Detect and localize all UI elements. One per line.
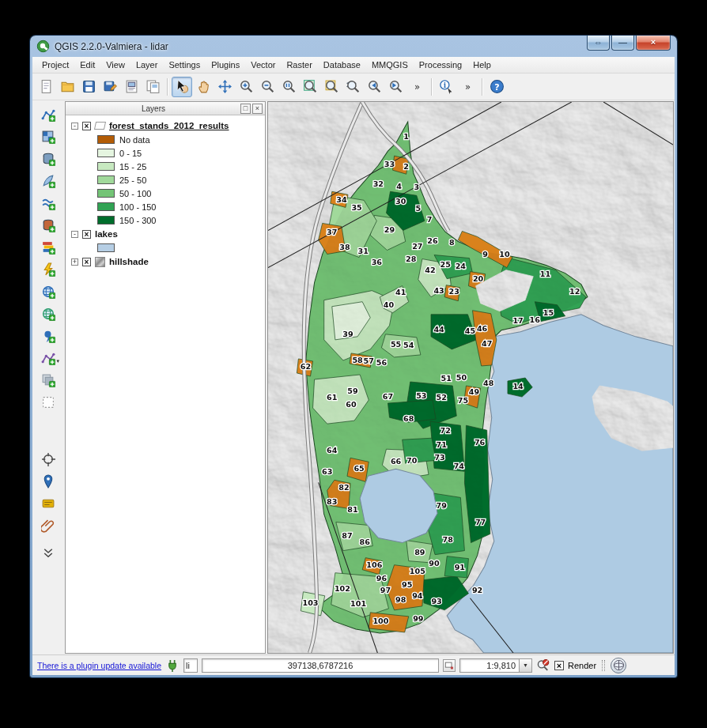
pan-to-selection[interactable] <box>214 77 235 97</box>
menu-vector[interactable]: Vector <box>245 58 281 72</box>
open-project[interactable] <box>57 77 78 97</box>
zoom-to-layer[interactable] <box>342 77 363 97</box>
crosshair-button[interactable] <box>37 449 59 469</box>
add-postgis-layer-icon <box>41 152 55 166</box>
menu-database[interactable]: Database <box>318 58 366 72</box>
stand-label-47: 47 <box>482 339 492 348</box>
layer-row-lakes[interactable]: -×lakes <box>66 227 265 241</box>
add-wcs-layer[interactable] <box>37 281 59 301</box>
toolbar-overflow[interactable]: » <box>406 77 427 97</box>
toggle-extents-button[interactable] <box>443 659 456 672</box>
blank-frame-button[interactable] <box>37 392 59 412</box>
save-project[interactable] <box>78 77 99 97</box>
legend-item <box>66 241 265 255</box>
close-panel-button[interactable]: × <box>252 104 263 114</box>
chevron-down-icon[interactable]: ▼ <box>520 658 532 673</box>
add-raster-layer[interactable] <box>37 126 59 146</box>
pin-annotation-button-icon <box>41 519 55 533</box>
coordinate-display[interactable]: 397138,6787216 <box>202 658 439 673</box>
float-panel-button[interactable]: □ <box>240 104 251 114</box>
toolbar-separator <box>482 78 482 96</box>
touch-zoom-pan[interactable] <box>172 77 192 97</box>
extents-icon <box>444 661 454 670</box>
zoom-last[interactable] <box>364 77 384 97</box>
help-contents[interactable]: ? <box>486 77 507 97</box>
new-project[interactable] <box>36 77 56 97</box>
identify-features[interactable]: i <box>436 77 456 97</box>
stand-label-54: 54 <box>403 341 414 349</box>
crs-status-button[interactable] <box>611 658 626 673</box>
add-spatialite-layer[interactable] <box>37 171 59 190</box>
stand-label-33: 33 <box>384 160 395 168</box>
new-layer-menu[interactable]: ▾ <box>37 348 59 368</box>
stand-label-34: 34 <box>336 195 347 204</box>
zoom-out[interactable] <box>257 77 278 97</box>
plugin-icon[interactable] <box>165 658 180 673</box>
add-vector-layer[interactable] <box>37 104 59 124</box>
add-raster-layer-icon <box>41 130 55 144</box>
open-project-icon <box>60 79 75 94</box>
zoom-in[interactable] <box>236 77 256 97</box>
menu-plugins[interactable]: Plugins <box>206 58 245 72</box>
add-wms-layer[interactable] <box>37 237 59 257</box>
scale-value[interactable]: 1:9,810 <box>459 658 520 673</box>
stand-label-27: 27 <box>412 242 422 251</box>
render-checkbox[interactable]: × <box>554 661 564 670</box>
tree-expander[interactable]: + <box>71 258 78 266</box>
map-canvas[interactable]: 1233324334353057293726827383191036282524… <box>268 102 673 653</box>
map-viewport[interactable]: 1233324334353057293726827383191036282524… <box>267 101 674 654</box>
menu-raster[interactable]: Raster <box>281 58 317 72</box>
menu-layer[interactable]: Layer <box>130 58 164 72</box>
scale-combo[interactable]: 1:9,810 ▼ <box>459 658 532 673</box>
layers-panel-header[interactable]: Layers □ × <box>66 102 265 115</box>
zoom-to-selection[interactable] <box>321 77 342 97</box>
menu-project[interactable]: Project <box>36 58 74 72</box>
title-bar[interactable]: QGIS 2.2.0-Valmiera - lidar ⇔—× <box>32 36 675 57</box>
save-project-as[interactable] <box>100 77 120 97</box>
tree-expander[interactable]: - <box>71 231 78 238</box>
add-oracle-layer[interactable] <box>37 215 59 235</box>
layer-name[interactable]: hillshade <box>109 257 149 266</box>
menu-help[interactable]: Help <box>467 58 497 72</box>
dropdown-caret-icon: ▾ <box>56 358 59 364</box>
add-mssql-layer[interactable] <box>37 193 59 213</box>
side-toolbar-overflow[interactable] <box>37 542 59 562</box>
composer-manager[interactable] <box>142 77 163 97</box>
plugin-update-link[interactable]: There is a plugin update available <box>37 661 161 670</box>
pan-map[interactable] <box>193 77 214 97</box>
menu-processing[interactable]: Processing <box>414 58 467 72</box>
add-delimited-text-layer[interactable] <box>37 326 59 345</box>
minimize-button[interactable]: — <box>611 36 634 51</box>
add-web-layer[interactable] <box>37 304 59 323</box>
toolbar-separator <box>167 78 168 96</box>
close-button[interactable]: × <box>636 36 671 51</box>
layer-name[interactable]: lakes <box>95 229 118 239</box>
tree-expander[interactable]: - <box>71 123 78 130</box>
menu-view[interactable]: View <box>100 58 130 72</box>
zoom-native[interactable] <box>278 77 299 97</box>
layer-visibility-checkbox[interactable]: × <box>82 122 91 130</box>
stand-label-20: 20 <box>473 274 484 283</box>
zoom-next[interactable] <box>385 77 406 97</box>
menu-settings[interactable]: Settings <box>163 58 206 72</box>
stop-rendering-icon[interactable] <box>536 658 550 673</box>
add-postgis-layer[interactable] <box>37 149 59 168</box>
layer-row-hillshade[interactable]: +×hillshade <box>66 255 265 269</box>
menu-edit[interactable]: Edit <box>74 58 100 72</box>
annotation-button[interactable] <box>37 471 59 491</box>
add-wfs-layer[interactable] <box>37 259 59 279</box>
menubar: ProjectEditViewLayerSettingsPluginsVecto… <box>32 57 675 74</box>
pin-annotation-button[interactable] <box>37 515 59 535</box>
layer-visibility-checkbox[interactable]: × <box>82 258 91 266</box>
zoom-full[interactable] <box>300 77 320 97</box>
attributes-overflow[interactable]: » <box>457 77 478 97</box>
layer-row-forest_stands_2012_results[interactable]: -×forest_stands_2012_results <box>66 119 265 133</box>
shade-button[interactable]: ⇔ <box>587 36 610 51</box>
form-annotation-button[interactable] <box>37 493 59 513</box>
stand-label-61: 61 <box>327 393 337 402</box>
new-print-composer[interactable] <box>121 77 142 97</box>
embed-layers[interactable] <box>37 370 59 390</box>
layer-visibility-checkbox[interactable]: × <box>82 230 91 239</box>
layer-name[interactable]: forest_stands_2012_results <box>109 121 229 130</box>
menu-mmqgis[interactable]: MMQGIS <box>366 58 414 72</box>
